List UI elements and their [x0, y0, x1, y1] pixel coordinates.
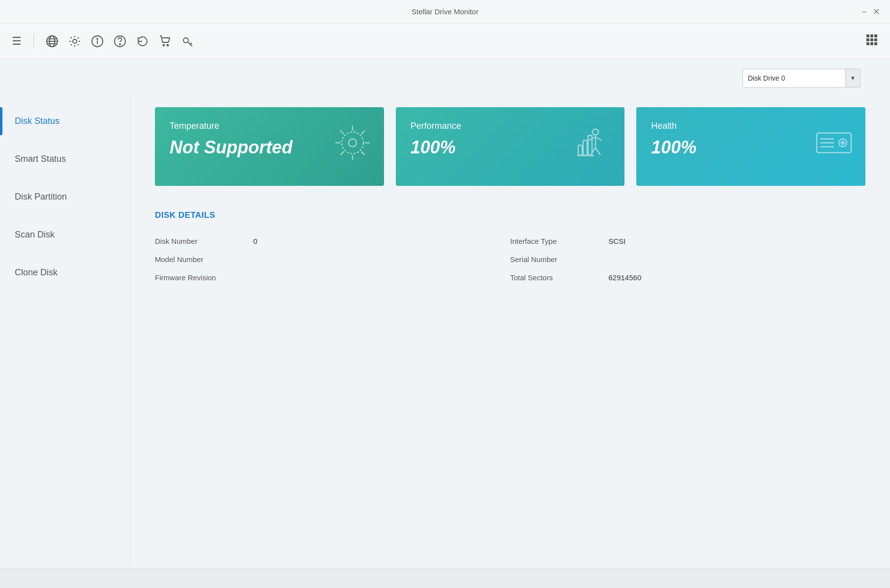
svg-line-38 — [595, 148, 600, 155]
performance-icon — [573, 123, 613, 170]
svg-line-37 — [591, 148, 595, 155]
svg-rect-40 — [583, 141, 587, 155]
sidebar-item-label: Scan Disk — [15, 230, 55, 239]
svg-rect-14 — [866, 34, 869, 37]
svg-rect-21 — [870, 42, 873, 45]
sidebar-item-label: Smart Status — [15, 154, 66, 164]
drive-selector[interactable]: Disk Drive 0 ▼ — [742, 69, 860, 88]
temperature-icon — [333, 123, 372, 170]
svg-line-31 — [361, 131, 365, 134]
main-content: Disk Status Smart Status Disk Partition … — [0, 92, 890, 568]
info-icon[interactable] — [91, 35, 104, 48]
disk-number-label: Disk Number — [155, 237, 243, 245]
toolbar: ☰ — [0, 24, 890, 59]
health-card: Health 100% — [636, 107, 865, 186]
svg-rect-22 — [874, 42, 877, 45]
sidebar-item-label: Clone Disk — [15, 267, 58, 277]
detail-row-serial-number: Serial Number — [510, 250, 866, 268]
details-grid: Disk Number 0 Model Number Firmware Revi… — [155, 232, 865, 287]
svg-point-33 — [593, 129, 598, 135]
svg-rect-39 — [578, 146, 582, 155]
details-right-column: Interface Type SCSI Serial Number Total … — [510, 232, 866, 287]
total-sectors-value: 62914560 — [609, 273, 642, 282]
svg-rect-15 — [870, 34, 873, 37]
svg-point-5 — [73, 39, 77, 43]
cart-icon[interactable] — [159, 35, 172, 48]
drive-selector-row: Disk Drive 0 ▼ — [0, 59, 890, 92]
hamburger-icon[interactable]: ☰ — [12, 35, 22, 48]
health-icon — [814, 123, 854, 170]
interface-type-label: Interface Type — [510, 237, 599, 245]
sidebar-item-label: Disk Status — [15, 116, 59, 126]
content-area: Temperature Not Supported — [130, 92, 890, 568]
svg-rect-19 — [874, 38, 877, 41]
drive-selector-label: Disk Drive 0 — [748, 74, 845, 82]
sidebar-item-smart-status[interactable]: Smart Status — [0, 140, 130, 178]
detail-row-interface-type: Interface Type SCSI — [510, 232, 866, 250]
interface-type-value: SCSI — [609, 237, 626, 245]
temperature-card: Temperature Not Supported — [155, 107, 384, 186]
detail-row-model-number: Model Number — [155, 250, 510, 268]
svg-point-23 — [342, 132, 363, 154]
svg-rect-20 — [866, 42, 869, 45]
sidebar-item-disk-partition[interactable]: Disk Partition — [0, 178, 130, 216]
window-title: Stellar Drive Monitor — [412, 7, 478, 16]
grid-icon[interactable] — [865, 33, 878, 49]
svg-rect-41 — [588, 136, 592, 155]
svg-line-36 — [595, 137, 602, 141]
gear-icon[interactable] — [68, 35, 81, 48]
svg-point-11 — [163, 44, 165, 46]
sidebar-item-clone-disk[interactable]: Clone Disk — [0, 254, 130, 292]
detail-row-disk-number: Disk Number 0 — [155, 232, 510, 250]
svg-rect-18 — [870, 38, 873, 41]
performance-card: Performance 100% — [396, 107, 625, 186]
svg-line-32 — [340, 151, 344, 155]
svg-point-10 — [119, 44, 120, 45]
bottom-bar — [0, 568, 890, 588]
minimize-button[interactable]: − — [861, 7, 867, 16]
svg-line-29 — [340, 131, 344, 134]
svg-point-12 — [167, 44, 169, 46]
sidebar-item-label: Disk Partition — [15, 192, 67, 202]
close-button[interactable]: ✕ — [873, 7, 880, 16]
model-number-label: Model Number — [155, 255, 243, 264]
sidebar-item-disk-status[interactable]: Disk Status — [0, 102, 130, 140]
globe-icon[interactable] — [46, 35, 59, 48]
total-sectors-label: Total Sectors — [510, 273, 599, 282]
sidebar-item-scan-disk[interactable]: Scan Disk — [0, 216, 130, 254]
svg-rect-17 — [866, 38, 869, 41]
window-controls: − ✕ — [861, 7, 880, 16]
serial-number-label: Serial Number — [510, 255, 599, 264]
disk-number-value: 0 — [253, 237, 257, 245]
svg-point-8 — [97, 38, 98, 39]
svg-rect-16 — [874, 34, 877, 37]
title-bar: Stellar Drive Monitor − ✕ — [0, 0, 890, 24]
sidebar: Disk Status Smart Status Disk Partition … — [0, 92, 130, 568]
disk-details-title: DISK DETAILS — [155, 210, 865, 220]
detail-row-total-sectors: Total Sectors 62914560 — [510, 268, 866, 287]
svg-point-24 — [349, 139, 356, 147]
status-cards: Temperature Not Supported — [155, 107, 865, 186]
drive-selector-arrow: ▼ — [845, 69, 860, 87]
help-icon[interactable] — [114, 35, 126, 48]
svg-line-30 — [361, 151, 365, 155]
svg-point-13 — [183, 38, 188, 43]
key-icon[interactable] — [181, 35, 194, 48]
toolbar-divider — [33, 34, 34, 49]
app-window: Stellar Drive Monitor − ✕ ☰ — [0, 0, 890, 588]
details-left-column: Disk Number 0 Model Number Firmware Revi… — [155, 232, 510, 287]
disk-details-section: DISK DETAILS Disk Number 0 Model Number — [155, 210, 865, 287]
detail-row-firmware: Firmware Revision — [155, 268, 510, 287]
firmware-label: Firmware Revision — [155, 273, 243, 282]
refresh-icon[interactable] — [136, 35, 149, 48]
